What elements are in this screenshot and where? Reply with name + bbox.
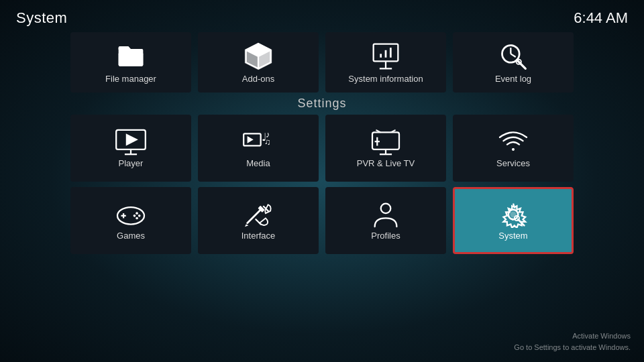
system-information-label: System information [348,74,423,84]
services-label: Services [496,158,530,168]
system-label: System [498,231,527,241]
activate-line2: Go to Settings to activate Windows. [514,342,631,353]
svg-point-40 [136,212,138,215]
pencil-wrench-icon [242,201,274,228]
folder-icon [116,42,146,71]
interface-label: Interface [241,231,276,241]
settings-heading: Settings [0,97,644,111]
svg-marker-45 [245,224,248,227]
svg-point-42 [136,217,138,219]
clock: 6:44 AM [574,9,628,27]
player-tile[interactable]: Player [70,115,191,182]
profiles-tile[interactable]: Profiles [325,187,446,254]
tv-icon [370,129,402,156]
svg-point-43 [133,215,136,217]
media-label: Media [246,158,270,168]
monitor-play-icon [115,129,147,156]
page-title: System [16,9,67,27]
activate-windows-notice: Activate Windows Go to Settings to activ… [514,330,631,353]
svg-text:♫: ♫ [264,136,271,146]
svg-point-49 [381,203,391,213]
top-row: File manager Add-ons System information [0,32,644,93]
games-tile[interactable]: Games [70,187,191,254]
svg-point-36 [512,148,515,151]
services-tile[interactable]: Services [453,115,574,182]
file-manager-tile[interactable]: File manager [70,32,191,93]
media-tile[interactable]: ♩ ♪ ♫ Media [198,115,319,182]
player-label: Player [119,158,144,168]
svg-point-41 [138,215,141,217]
profiles-label: Profiles [371,231,400,241]
system-tile[interactable]: System [453,187,574,254]
media-icon: ♩ ♪ ♫ [242,129,274,156]
clock-search-icon [498,42,528,71]
event-log-tile[interactable]: Event log [453,32,574,93]
interface-tile[interactable]: Interface [198,187,319,254]
settings-row-2: Games Interface Profiles System [0,187,644,254]
presentation-icon [371,42,400,71]
svg-line-44 [248,209,261,223]
settings-row-1: Player ♩ ♪ ♫ Media PVR & Live TV [0,115,644,182]
games-label: Games [117,231,145,241]
file-manager-label: File manager [105,74,156,84]
pvr-live-tv-label: PVR & Live TV [357,158,415,168]
svg-line-17 [511,54,515,57]
svg-rect-0 [119,52,144,66]
svg-marker-23 [126,133,138,145]
header: System 6:44 AM [0,0,644,32]
event-log-label: Event log [495,74,531,84]
gear-wrench-icon [497,201,529,228]
gamepad-icon [115,201,147,228]
pvr-live-tv-tile[interactable]: PVR & Live TV [325,115,446,182]
svg-marker-25 [248,135,254,143]
system-information-tile[interactable]: System information [325,32,446,93]
activate-line1: Activate Windows [514,330,631,342]
add-ons-tile[interactable]: Add-ons [198,32,319,93]
wifi-icon [497,129,529,156]
add-ons-label: Add-ons [242,74,274,84]
person-icon [370,201,402,228]
box-icon [244,42,273,71]
